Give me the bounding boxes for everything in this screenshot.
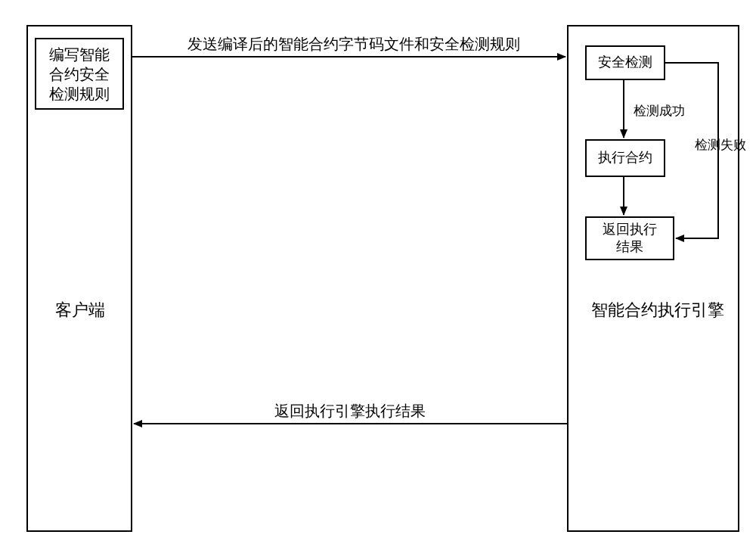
arrow-check-fail — [665, 63, 718, 238]
arrows-svg — [0, 0, 756, 547]
diagram-canvas: 编写智能 合约安全 检测规则 客户端 安全检测 执行合约 返回执行 结果 智能合… — [0, 0, 756, 547]
